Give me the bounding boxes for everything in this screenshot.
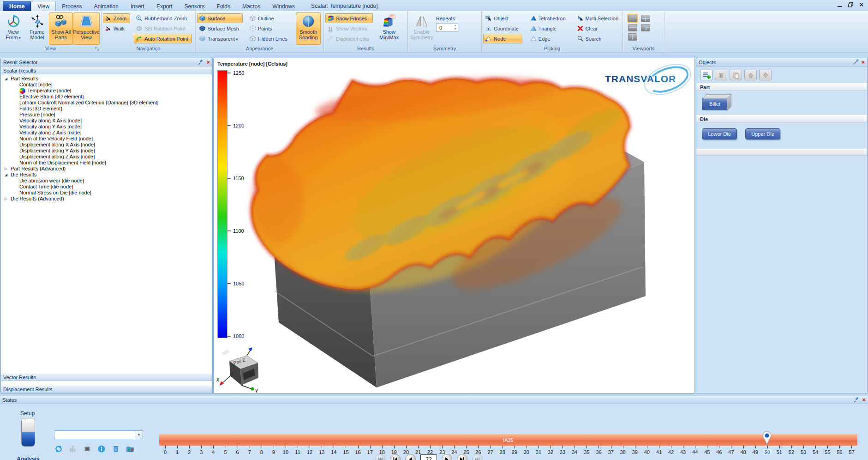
timeline-tick[interactable]: 33 [557,446,569,455]
timeline-tick[interactable]: 19 [388,446,400,455]
timeline-tick[interactable]: 48 [737,446,749,455]
viewport-layout-main-right-button[interactable] [641,24,650,31]
close-button[interactable]: × [860,2,863,7]
orientation-cube[interactable]: Pos Z x y [216,347,269,393]
timeline-tick[interactable]: 34 [569,446,581,455]
pick-object-button[interactable]: Object [483,13,522,23]
timeline-tick[interactable]: 55 [821,446,833,455]
vector-results-section[interactable]: Vector Results [1,373,212,381]
ribbon-tab[interactable]: Folds [211,1,236,11]
timeline-tick[interactable]: 41 [653,446,665,455]
ribbon-tab[interactable]: Process [56,1,88,11]
frame-model-button[interactable]: Frame Model [25,12,49,45]
ribbon-tab[interactable]: View [31,1,56,11]
timeline-tick[interactable]: 38 [617,446,629,455]
timeline-tick[interactable]: 17 [364,446,376,455]
step-back-button[interactable] [405,454,416,460]
transparent-button[interactable]: Transparent [197,34,243,43]
add-object-button[interactable] [700,70,712,80]
copy-object-button[interactable] [730,70,742,80]
timeline-tick[interactable]: 45 [701,446,713,455]
spinner-arrows-icon[interactable]: ▲▼ [454,24,457,31]
upper-die-button[interactable]: Upper Die [745,128,780,139]
current-frame-input[interactable]: 22 [420,454,437,460]
tree-item[interactable]: Effective Strain [3D element] [1,94,212,100]
timeline-tick[interactable]: 21 [412,446,424,455]
pick-node-button[interactable]: Node [483,34,522,43]
tree-expander-icon[interactable]: ▷ [5,166,11,172]
tree-item[interactable]: Latham Cockroft Normalized Criterion (Da… [1,100,212,106]
timeline-tick[interactable]: 2 [183,446,195,455]
tree-item[interactable]: Velocity along X Axis [node] [1,118,212,124]
timeline-tick[interactable]: 9 [268,446,280,455]
timeline-tick[interactable]: 23 [436,446,448,455]
timeline-tick[interactable]: 3 [195,446,207,455]
move-down-button[interactable] [759,70,772,80]
go-last-button[interactable] [472,454,483,460]
displacements-button[interactable]: Displacements [325,34,373,43]
timeline-tick[interactable]: 6 [232,446,244,455]
move-up-button[interactable] [744,70,757,80]
tree-item[interactable]: Contact [node] [1,82,212,88]
clear-selection-button[interactable]: Clear [575,24,623,33]
pick-coordinate-button[interactable]: Coordinate [483,24,522,33]
next-increment-button[interactable] [457,454,467,460]
timeline-tick[interactable]: 49 [749,446,761,455]
surface-button[interactable]: Surface [197,13,243,23]
step-forward-button[interactable] [442,454,452,460]
pick-triangle-button[interactable]: Triangle [528,24,569,33]
perspective-view-button[interactable]: Perspective View [73,12,100,45]
setup-analysis-toggle[interactable] [21,418,35,447]
outline-button[interactable]: Outline [247,13,291,23]
close-panel-icon[interactable]: × [206,59,210,65]
tree-item[interactable]: ▷Part Results (Advanced) [1,166,212,172]
timeline-tick[interactable]: 22 [424,446,436,455]
smooth-shading-button[interactable]: Smooth Shading [296,12,321,45]
timeline-tick[interactable]: 4 [207,446,219,455]
delete-states-icon[interactable] [112,445,120,453]
processor-icon[interactable] [83,445,91,453]
timeline-tick[interactable]: 0 [159,446,171,455]
timeline-tick[interactable]: 56 [833,446,845,455]
show-vectors-button[interactable]: Show Vectors [325,24,373,33]
tree-item[interactable]: Displacement along X Axis [node] [1,142,212,148]
tree-expander-icon[interactable]: ▷ [5,196,11,202]
set-rotation-point-button[interactable]: Set Rotation Point [134,24,192,33]
surface-mesh-button[interactable]: Surface Mesh [197,24,243,33]
timeline-tick[interactable]: 32 [545,446,557,455]
close-panel-icon[interactable]: × [861,59,865,65]
viewport-layout-quad-button[interactable] [641,15,650,22]
show-fringes-button[interactable]: Show Fringes [325,13,373,23]
viewport-layout-single-button[interactable] [628,15,637,22]
timeline-tick[interactable]: 13 [316,446,328,455]
previous-increment-button[interactable] [390,454,401,460]
timeline-tick[interactable]: 36 [593,446,605,455]
tree-item[interactable]: Normal Stress on Die [die node] [1,190,212,196]
tree-item[interactable]: Velocity along Y Axis [node] [1,124,212,130]
timeline-tick[interactable]: 50 [761,446,773,455]
timeline-tick[interactable]: 26 [472,446,484,455]
timeline-tick[interactable]: 30 [521,446,533,455]
timeline-tick[interactable]: 35 [581,446,593,455]
info-icon[interactable] [97,445,106,453]
timeline-tick[interactable]: 52 [785,446,797,455]
refresh-icon[interactable] [54,445,63,453]
timeline-tick[interactable]: 15 [340,446,352,455]
timeline-tick[interactable]: 28 [497,446,509,455]
ribbon-tab[interactable]: Home [3,1,31,11]
view-from-button[interactable]: View From [1,12,25,45]
ribbon-tab[interactable]: Insert [125,1,150,11]
viewport-layout-hsplit-button[interactable] [628,24,637,31]
tools-icon[interactable] [853,59,859,65]
timeline-tick[interactable]: 54 [809,446,821,455]
timeline-tick[interactable]: 31 [533,446,545,455]
3d-viewport[interactable]: Temperature [node] [Celsius] 12501200115… [213,58,695,393]
timeline-tick[interactable]: 51 [773,446,785,455]
timeline-bar[interactable]: IA35 [159,434,857,446]
lower-die-button[interactable]: Lower Die [702,128,737,139]
pin-icon[interactable] [198,59,204,65]
repeats-spinner[interactable]: 0 ▲▼ [436,23,458,32]
timeline-tick[interactable]: 14 [328,446,340,455]
timeline-tick[interactable]: 18 [376,446,388,455]
tree-item[interactable]: Norm of the Velocity Field [node] [1,136,212,142]
